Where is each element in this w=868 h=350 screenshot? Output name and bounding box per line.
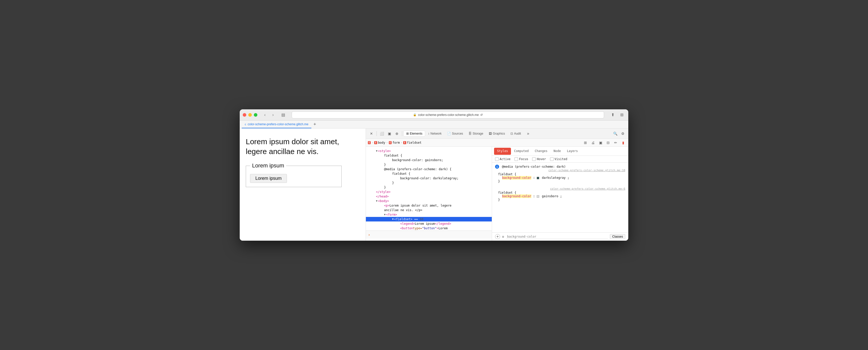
console-input[interactable]	[372, 233, 490, 237]
classes-button[interactable]: Classes	[610, 234, 625, 239]
nav-buttons: ‹ ›	[261, 111, 277, 118]
css-source-1[interactable]: color-scheme-prefers-color-scheme.glitch…	[498, 169, 625, 172]
css-prop-name-2: background-color	[502, 195, 531, 198]
new-tab-button[interactable]: ⊞	[618, 111, 625, 118]
tab-styles[interactable]: Styles	[494, 148, 511, 155]
color-button[interactable]: ▮	[620, 140, 626, 146]
visited-checkbox[interactable]	[550, 157, 554, 161]
html-text: @media (prefers-color-scheme: dark) {	[384, 167, 452, 172]
tab-storage[interactable]: 🗄 Storage	[466, 131, 486, 136]
breadcrumb-item-body[interactable]: E body	[374, 141, 385, 144]
storage-label: Storage	[473, 132, 483, 135]
html-attr-val: "button"	[422, 226, 437, 231]
layout-button[interactable]: ⊟	[605, 140, 611, 146]
html-tag-p: <p>	[384, 203, 390, 208]
styles-tabs: Styles Computed Changes Node Layers	[492, 147, 628, 156]
tab-computed[interactable]: Computed	[511, 148, 532, 155]
state-active[interactable]: Active	[495, 157, 510, 161]
sidebar-button[interactable]: ▤	[280, 111, 287, 118]
html-line: <button type= "button" > Lorem	[366, 226, 492, 231]
back-button[interactable]: ‹	[261, 111, 269, 118]
tab-changes[interactable]: Changes	[532, 148, 551, 155]
breadcrumb-body-tag: body	[378, 141, 385, 144]
html-line: <p> Lorem ipsum dolor sit amet, legere	[366, 203, 492, 208]
pencil-button[interactable]: ✏	[613, 140, 619, 146]
html-line-selected[interactable]: ▼ <fieldset> == $0	[366, 217, 492, 222]
css-source-2[interactable]: color-scheme-prefers-color-scheme.glitch…	[498, 187, 625, 191]
devtools-search-button[interactable]: 🔍	[612, 130, 619, 137]
focus-checkbox[interactable]	[515, 157, 518, 161]
triangle-icon[interactable]: ▼	[384, 212, 385, 217]
tab-elements[interactable]: ⊞ Elements	[404, 131, 425, 136]
breadcrumb-item-form[interactable]: E form	[389, 141, 400, 144]
minimize-button[interactable]	[248, 113, 252, 117]
color-swatch-2[interactable]	[537, 195, 539, 198]
tab-audit[interactable]: ⊡ Audit	[508, 131, 523, 136]
state-hover[interactable]: Hover	[532, 157, 546, 161]
forward-button[interactable]: ›	[270, 111, 277, 118]
css-close-brace-1: }	[498, 179, 625, 183]
html-line: ▼ <body>	[366, 199, 492, 203]
more-tabs-button[interactable]: »	[525, 130, 532, 137]
color-swatch-1[interactable]	[537, 177, 539, 179]
responsive-button[interactable]: ⬜	[378, 130, 385, 137]
hover-checkbox[interactable]	[532, 157, 536, 161]
css-prop-2: background-color : gainsboro ;	[498, 195, 625, 198]
close-button[interactable]	[243, 113, 246, 117]
css-colon-2: :	[533, 195, 537, 198]
new-tab-icon[interactable]: +	[313, 120, 316, 128]
share-button[interactable]: ⬆	[609, 111, 616, 118]
html-tag-style-close: </style>	[376, 189, 391, 194]
state-bar: Active Focus Hover Visited	[492, 156, 628, 163]
html-tag-head-close: </head>	[376, 194, 389, 199]
breadcrumb-tools: ⊞ 🖨 ▣ ⊟ ✏ ▮	[582, 140, 626, 146]
device-toolbar-button[interactable]: ▣	[386, 130, 393, 137]
tab-network[interactable]: ↕ Network	[426, 131, 444, 136]
title-bar: ‹ › ▤ 🔒 color-scheme-prefers-color-schem…	[240, 109, 628, 120]
css-semicolon-2: ;	[560, 195, 562, 198]
grid-lines-button[interactable]: ⊞	[582, 140, 588, 146]
maximize-button[interactable]	[254, 113, 257, 117]
page-button[interactable]: Lorem ipsum	[250, 174, 287, 183]
tab-layers[interactable]: Layers	[564, 148, 581, 155]
screenshot-button[interactable]: ▣	[597, 140, 603, 146]
state-visited[interactable]: Visited	[550, 157, 567, 161]
refresh-icon[interactable]: ↺	[480, 113, 483, 117]
print-button[interactable]: 🖨	[590, 140, 596, 146]
styles-panel: Styles Computed Changes Node Layers Acti…	[492, 147, 628, 241]
network-icon: ↕	[428, 132, 430, 135]
html-line: fieldset {	[366, 153, 492, 158]
html-panel[interactable]: ▼ <style> fieldset { background-color: g…	[366, 147, 492, 241]
sources-label: Sources	[452, 132, 463, 135]
property-filter-input[interactable]	[506, 234, 608, 239]
html-line: ancillae ne vis. </p>	[366, 208, 492, 212]
devtools-toolbar: ✕ ⬜ ▣ ⊕ ⊞ Elements ↕ Network 📄 Sources	[366, 128, 628, 139]
address-bar[interactable]: 🔒 color-scheme-prefers-color-scheme.glit…	[292, 111, 604, 118]
inspect-button[interactable]: ⊕	[393, 130, 400, 137]
css-prop-value-1: darkslategray	[542, 176, 566, 179]
breadcrumb-item-root[interactable]: E	[368, 141, 371, 144]
breadcrumb-item-fieldset[interactable]: E fieldset	[403, 141, 422, 144]
tab-active[interactable]: c color-scheme-prefers-color-scheme.glit…	[242, 120, 311, 128]
tab-node[interactable]: Node	[551, 148, 564, 155]
triangle-icon[interactable]: ▼	[376, 199, 377, 203]
html-text: Lorem ipsum dolor sit amet, legere	[390, 203, 452, 208]
add-property-button[interactable]: +	[495, 234, 500, 239]
state-focus[interactable]: Focus	[515, 157, 528, 161]
hover-label: Hover	[537, 157, 546, 161]
element-icon-1: E	[368, 141, 371, 144]
devtools-settings-button[interactable]: ⚙	[619, 130, 626, 137]
css-at-rule: i @media (prefers-color-scheme: dark)	[495, 165, 566, 169]
tab-favicon: c	[245, 123, 246, 126]
html-tag-style-open: <style>	[378, 149, 391, 153]
tab-graphics[interactable]: 🖼 Graphics	[486, 131, 507, 136]
html-line: </style>	[366, 189, 492, 194]
css-rules: i @media (prefers-color-scheme: dark) co…	[492, 163, 628, 232]
css-prop-1: background-color : darkslategray ;	[498, 176, 625, 179]
triangle-icon[interactable]: ▼	[376, 149, 377, 153]
tab-sources[interactable]: 📄 Sources	[444, 131, 466, 136]
devtools-close-button[interactable]: ✕	[368, 130, 375, 137]
triangle-icon[interactable]: ▼	[392, 217, 394, 222]
info-icon-1[interactable]: i	[495, 165, 499, 169]
active-checkbox[interactable]	[495, 157, 499, 161]
